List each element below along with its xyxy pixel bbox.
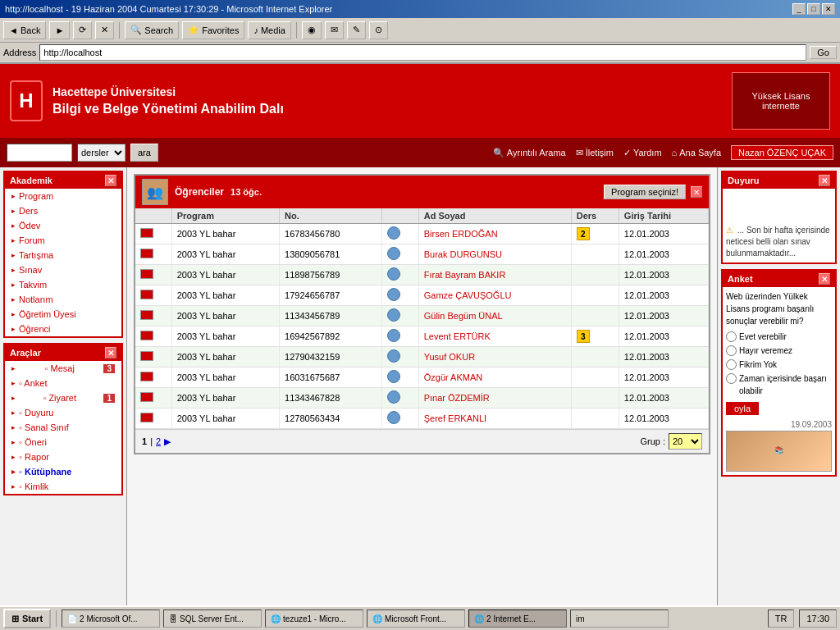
araclar-header: Araçlar ✕ xyxy=(5,345,121,361)
minimize-button[interactable]: _ xyxy=(792,3,806,15)
araclar-item-kutuphane[interactable]: ◦ Kütüphane xyxy=(5,464,121,479)
row-name[interactable]: Şeref ERKANLI xyxy=(418,409,571,429)
row-name[interactable]: Pınar ÖZDEMİR xyxy=(418,388,571,409)
refresh-button[interactable]: ⟳ xyxy=(73,21,92,39)
row-user-icon xyxy=(381,368,418,388)
anket-radio-3[interactable] xyxy=(726,359,737,370)
students-header: 👥 Öğrenciler 13 öğc. Program seçiniz! ✕ xyxy=(135,176,709,208)
sidebar-item-notlarim[interactable]: Notlarım xyxy=(5,292,121,307)
search-button[interactable]: 🔍 Search xyxy=(125,21,179,39)
sidebar-item-ogrenci[interactable]: Öğrenci xyxy=(5,322,121,336)
araclar-item-ziyaret[interactable]: ◦ Ziyaret 1 xyxy=(5,390,121,405)
sidebar-item-program[interactable]: Program xyxy=(5,189,121,203)
warning-icon: ⚠ xyxy=(726,226,733,235)
help-link[interactable]: ✓ Yardım xyxy=(623,148,662,158)
row-program: 2003 YL bahar xyxy=(171,224,279,244)
row-name[interactable]: Özgür AKMAN xyxy=(418,368,571,388)
araclar-close-button[interactable]: ✕ xyxy=(105,347,116,358)
row-program: 2003 YL bahar xyxy=(171,409,279,429)
row-no: 16031675687 xyxy=(280,368,382,388)
home-link[interactable]: ⌂ Ana Sayfa xyxy=(672,148,721,158)
toolbar-icon-3[interactable]: ✎ xyxy=(347,21,366,39)
students-count: 13 öğc. xyxy=(231,187,262,197)
contact-link[interactable]: ✉ İletişim xyxy=(576,148,614,158)
row-name[interactable]: Fırat Bayram BAKIR xyxy=(418,265,571,285)
stop-button[interactable]: ✕ xyxy=(95,21,114,39)
row-name[interactable]: Gülin Begüm ÜNAL xyxy=(418,306,571,326)
araclar-item-mesaj[interactable]: ◦ Mesaj 3 xyxy=(5,361,121,376)
toolbar-icon-2[interactable]: ✉ xyxy=(325,21,344,39)
row-name[interactable]: Gamze ÇAVUŞOĞLU xyxy=(418,285,571,306)
taskbar-item-micro[interactable]: 🌐 tezuze1 - Micro... xyxy=(265,609,363,628)
students-close-button[interactable]: ✕ xyxy=(691,186,702,198)
akademik-close-button[interactable]: ✕ xyxy=(105,175,116,186)
nav-category-select[interactable]: dersler öğrenci ders ödev xyxy=(77,144,126,162)
back-button[interactable]: ◄ Back xyxy=(3,21,46,39)
taskbar-item-im[interactable]: im xyxy=(570,609,669,628)
sidebar-item-sinav[interactable]: Sınav xyxy=(5,262,121,277)
araclar-item-rapor[interactable]: ◦ Rapor xyxy=(5,450,121,464)
group-size-select[interactable]: 20 50 100 xyxy=(669,433,702,450)
sidebar-item-forum[interactable]: Forum xyxy=(5,233,121,248)
anket-radio-1[interactable] xyxy=(726,331,737,342)
row-no: 16783456780 xyxy=(280,224,382,244)
araclar-item-duyuru[interactable]: ◦ Duyuru xyxy=(5,405,121,420)
table-row: 2003 YL bahar 16942567892 Levent ERTÜRK … xyxy=(135,326,709,347)
go-button[interactable]: Go xyxy=(810,46,837,59)
address-input[interactable] xyxy=(39,44,806,61)
anket-radio-4[interactable] xyxy=(726,373,737,384)
page-1[interactable]: 1 xyxy=(142,436,147,446)
favorites-button[interactable]: ⭐ Favorites xyxy=(182,21,244,39)
anket-question: Web üzerinden Yülkek Lisans programı baş… xyxy=(726,290,832,327)
table-row: 2003 YL bahar 16783456780 Birsen ERDOĞAN… xyxy=(135,224,709,244)
university-name: Hacettepe Üniversitesi xyxy=(52,85,284,98)
anket-close-button[interactable]: ✕ xyxy=(819,273,830,285)
advanced-search-link[interactable]: 🔍 Ayrıntılı Arama xyxy=(493,148,566,158)
sidebar-item-tartisma[interactable]: Tartışma xyxy=(5,248,121,262)
forward-button[interactable]: ► xyxy=(49,21,70,39)
araclar-item-sanal-sinif[interactable]: ◦ Sanal Sınıf xyxy=(5,420,121,435)
sidebar-item-takvim[interactable]: Takvim xyxy=(5,277,121,292)
pagination: 1 | 2 ▶ Grup : 20 50 100 xyxy=(135,429,709,453)
page-next-icon[interactable]: ▶ xyxy=(164,436,171,447)
nav-search-button[interactable]: ara xyxy=(130,144,158,162)
sidebar-item-ders[interactable]: Ders xyxy=(5,203,121,218)
row-name[interactable]: Yusuf OKUR xyxy=(418,347,571,368)
vote-button[interactable]: oyla xyxy=(726,402,759,415)
taskbar-item-office[interactable]: 📄 2 Microsoft Of... xyxy=(62,609,160,628)
table-row: 2003 YL bahar 16031675687 Özgür AKMAN 12… xyxy=(135,368,709,388)
row-name[interactable]: Birsen ERDOĞAN xyxy=(418,224,571,244)
row-ders xyxy=(571,409,619,429)
front-icon: 🌐 xyxy=(372,614,382,623)
anket-radio-2[interactable] xyxy=(726,345,737,356)
row-program: 2003 YL bahar xyxy=(171,326,279,347)
maximize-button[interactable]: □ xyxy=(807,3,820,15)
taskbar-item-front[interactable]: 🌐 Microsoft Front... xyxy=(367,609,465,628)
taskbar-item-sql[interactable]: 🗄 SQL Server Ent... xyxy=(163,609,262,628)
araclar-item-anket[interactable]: ◦ Anket xyxy=(5,376,121,390)
toolbar-icon-1[interactable]: ◉ xyxy=(302,21,322,39)
toolbar-icon-4[interactable]: ⊙ xyxy=(369,21,388,39)
row-name[interactable]: Burak DURGUNSU xyxy=(418,244,571,265)
araclar-section: Araçlar ✕ ◦ Mesaj 3 ◦ Anket ◦ Ziyaret 1 … xyxy=(3,343,123,495)
username: Nazan ÖZENÇ UÇAK xyxy=(738,148,826,158)
media-button[interactable]: ♪ Media xyxy=(248,21,290,39)
sidebar-item-odev[interactable]: Ödev xyxy=(5,218,121,233)
taskbar-item-ie[interactable]: 🌐 2 Internet E... xyxy=(468,609,567,628)
row-no: 16942567892 xyxy=(280,326,382,347)
taskbar: ⊞ Start 📄 2 Microsoft Of... 🗄 SQL Server… xyxy=(0,605,840,630)
taskbar-sep xyxy=(56,610,57,627)
close-button[interactable]: ✕ xyxy=(822,3,835,15)
start-button[interactable]: ⊞ Start xyxy=(3,609,51,628)
row-name[interactable]: Levent ERTÜRK xyxy=(418,326,571,347)
row-tarih: 12.01.2003 xyxy=(619,306,708,326)
araclar-item-kimlik[interactable]: ◦ Kimlik xyxy=(5,479,121,494)
sidebar-item-ogretim-uyesi[interactable]: Öğretim Üyesi xyxy=(5,307,121,322)
duyuru-header: Duyuru ✕ xyxy=(723,172,835,189)
page-2[interactable]: 2 xyxy=(156,436,161,446)
duyuru-close-button[interactable]: ✕ xyxy=(819,175,830,186)
program-select-button[interactable]: Program seçiniz! xyxy=(604,185,686,199)
araclar-item-oneri[interactable]: ◦ Öneri xyxy=(5,435,121,450)
nav-search-input[interactable] xyxy=(7,144,72,162)
row-no: 11343456789 xyxy=(280,306,382,326)
